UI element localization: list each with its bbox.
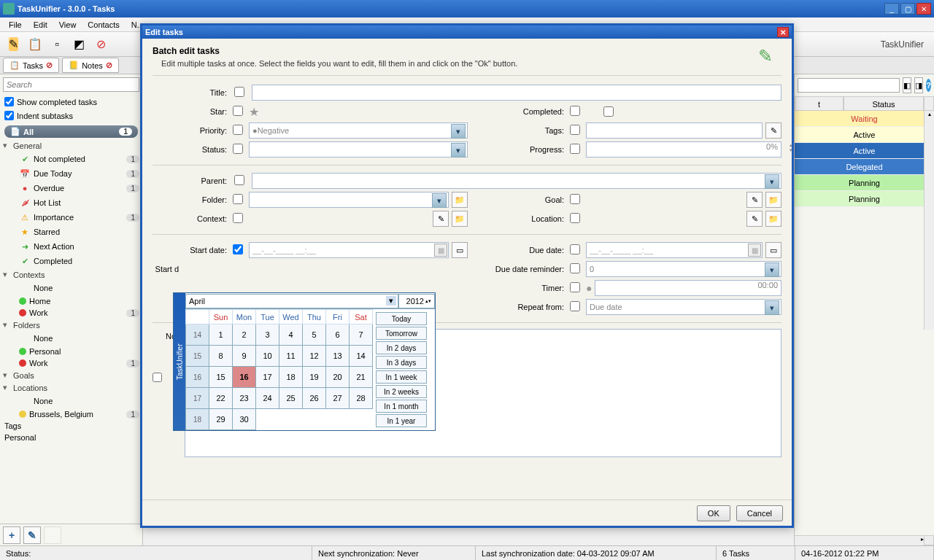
column-header-t[interactable]: t	[795, 96, 844, 111]
timer-input[interactable]: 00:00	[595, 280, 781, 296]
parent-enable-checkbox[interactable]	[234, 175, 244, 185]
window-minimize-button[interactable]: _	[884, 3, 899, 15]
scrollbar-horizontal[interactable]: ▸	[795, 535, 924, 545]
tree-group-header[interactable]: ▾Locations	[0, 381, 142, 394]
status-row-planning[interactable]: Planning	[795, 175, 934, 191]
calendar-day-cell[interactable]: 28	[350, 388, 373, 409]
priority-enable-checkbox[interactable]	[233, 125, 243, 135]
indent-subtasks-checkbox[interactable]	[4, 111, 14, 120]
help-icon[interactable]: ?	[926, 79, 931, 92]
tree-item[interactable]: None	[0, 394, 142, 408]
due-reminder-combo[interactable]: 0	[586, 261, 781, 277]
context-browse-button[interactable]: 📁	[452, 211, 468, 227]
status-combo[interactable]	[249, 141, 468, 158]
calendar-day-cell[interactable]: 9	[233, 346, 256, 367]
tree-group-header[interactable]: ▾Folders	[0, 319, 142, 331]
status-row-planning[interactable]: Planning	[795, 191, 934, 207]
sidebar-search-input[interactable]	[3, 77, 139, 92]
tags-edit-button[interactable]: ✎	[765, 122, 781, 139]
repeat-from-combo[interactable]: Due date	[586, 299, 781, 315]
tree-all[interactable]: 📄 All 1	[4, 125, 138, 138]
folder-enable-checkbox[interactable]	[233, 194, 243, 204]
calendar-day-cell[interactable]: 25	[279, 388, 303, 409]
tags-input[interactable]	[586, 122, 763, 139]
menu-contacts[interactable]: Contacts	[82, 19, 125, 31]
calendar-day-cell[interactable]: 22	[209, 388, 233, 409]
tree-item[interactable]: Personal	[0, 346, 142, 357]
tree-item[interactable]: Work1	[0, 307, 142, 319]
menu-view[interactable]: View	[53, 19, 82, 31]
start-date-enable-checkbox[interactable]	[233, 244, 243, 254]
calendar-day-cell[interactable]: 8	[209, 346, 233, 367]
goal-browse-button[interactable]: 📁	[765, 192, 781, 208]
status-row-delegated[interactable]: Delegated	[795, 159, 934, 175]
star-enable-checkbox[interactable]	[233, 106, 243, 116]
tree-group-header[interactable]: ▾General	[0, 139, 142, 152]
due-date-input[interactable]: __-__-____ __:__▦	[586, 242, 763, 258]
status-enable-checkbox[interactable]	[233, 144, 243, 154]
calendar-day-cell[interactable]: 10	[256, 346, 279, 367]
calendar-day-cell[interactable]: 12	[303, 346, 326, 367]
menu-edit[interactable]: Edit	[28, 19, 53, 31]
completed-checkbox[interactable]	[603, 106, 614, 117]
calendar-day-cell[interactable]: 21	[350, 367, 373, 388]
tree-personal[interactable]: Personal	[0, 432, 142, 443]
calendar-day-cell[interactable]: 15	[209, 367, 233, 388]
cancel-button[interactable]: Cancel	[736, 505, 783, 521]
calendar-day-cell[interactable]: 11	[279, 346, 303, 367]
calendar-day-cell[interactable]: 19	[303, 367, 326, 388]
window-maximize-button[interactable]: ▢	[900, 3, 915, 15]
tab-close-icon[interactable]: ⊘	[106, 61, 112, 70]
folder-combo[interactable]	[249, 192, 449, 208]
dialog-titlebar[interactable]: Edit tasks ✕	[142, 26, 792, 39]
calendar-quick-button[interactable]: Tomorrow	[376, 327, 427, 340]
start-date-clear-button[interactable]: ▭	[452, 242, 468, 258]
tree-item[interactable]: ⚠Importance1	[0, 210, 142, 225]
right-search-input[interactable]	[798, 78, 900, 93]
location-enable-checkbox[interactable]	[570, 213, 580, 223]
calendar-quick-button[interactable]: In 1 week	[376, 370, 427, 384]
tree-item[interactable]: ➜Next Action	[0, 239, 142, 254]
calendar-month-combo[interactable]: April	[185, 294, 398, 308]
tree-item[interactable]: Home	[0, 295, 142, 307]
tree-item[interactable]: ★Starred	[0, 225, 142, 239]
calendar-day-cell[interactable]: 20	[326, 367, 350, 388]
folder-browse-button[interactable]: 📁	[452, 192, 468, 208]
scrollbar-vertical[interactable]: ▴	[924, 111, 934, 330]
calendar-day-cell[interactable]: 2	[233, 324, 256, 346]
column-header-status[interactable]: Status	[844, 96, 924, 111]
tree-item[interactable]: Brussels, Belgium1	[0, 408, 142, 420]
calendar-day-cell[interactable]: 16	[233, 367, 256, 388]
column-config-button[interactable]	[924, 96, 934, 111]
star-icon[interactable]: ★	[249, 105, 259, 119]
calendar-icon[interactable]: ▦	[748, 244, 761, 257]
calendar-day-cell[interactable]: 24	[256, 388, 279, 409]
calendar-day-cell[interactable]: 27	[326, 388, 350, 409]
goal-edit-button[interactable]: ✎	[746, 192, 763, 208]
calendar-day-cell[interactable]: 5	[303, 324, 326, 346]
tree-item[interactable]: ✔Not completed1	[0, 152, 142, 166]
calendar-day-cell[interactable]: 13	[326, 346, 350, 367]
calendar-year-spinner[interactable]: 2012	[398, 294, 435, 308]
tags-enable-checkbox[interactable]	[570, 125, 580, 135]
toolbar-btn-4[interactable]: ◩	[70, 36, 88, 53]
due-date-enable-checkbox[interactable]	[570, 244, 580, 254]
parent-combo[interactable]	[252, 173, 781, 189]
sidebar-more-button[interactable]	[44, 526, 61, 544]
ok-button[interactable]: OK	[697, 505, 730, 521]
calendar-day-cell[interactable]: 26	[303, 388, 326, 409]
calendar-day-cell[interactable]: 7	[350, 324, 373, 346]
tree-item[interactable]: None	[0, 331, 142, 346]
calendar-day-cell[interactable]: 30	[233, 409, 256, 430]
window-close-button[interactable]: ✕	[916, 3, 931, 15]
repeat-from-enable-checkbox[interactable]	[570, 301, 580, 311]
tree-item[interactable]: 🌶Hot List	[0, 195, 142, 210]
priority-combo[interactable]: ● Negative	[249, 122, 468, 139]
tree-group-header[interactable]: ▾Contexts	[0, 268, 142, 281]
tab-notes[interactable]: 📒 Notes ⊘	[62, 58, 119, 73]
tree-group-header[interactable]: ▾Goals	[0, 369, 142, 381]
toolbar-btn-2[interactable]: 📋	[26, 36, 44, 53]
toolbar-delete-button[interactable]: ⊘	[92, 36, 109, 53]
calendar-day-cell[interactable]: 29	[209, 409, 233, 430]
right-btn-1[interactable]: ◧	[903, 77, 911, 93]
